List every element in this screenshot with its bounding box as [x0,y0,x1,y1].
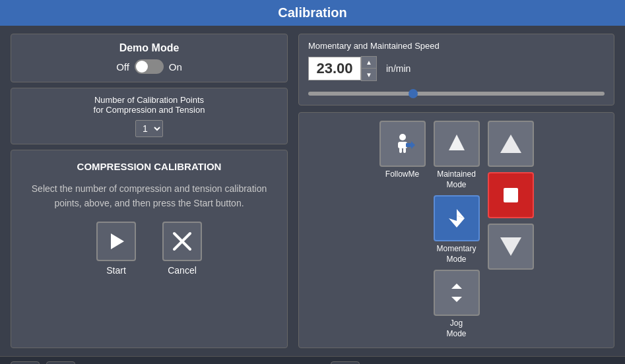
bottom-bar [0,356,625,364]
up-arrow-icon [498,131,524,157]
maintained-icon [445,132,469,156]
start-icon [96,222,136,261]
start-button[interactable]: Start [96,222,136,276]
cancel-button[interactable]: Cancel [162,222,202,276]
calibration-points-label: Number of Calibration Points for Compres… [22,95,277,115]
calibration-points-box: Number of Calibration Points for Compres… [11,88,288,144]
jog-item: JogMode [434,270,480,339]
svg-marker-14 [500,135,521,153]
down-arrow-icon [498,233,524,260]
svg-rect-15 [504,188,518,202]
jog-icon [445,281,469,305]
follow-me-icon [390,131,415,156]
speed-title: Momentary and Maintained Speed [308,41,605,51]
speed-unit: in/min [386,63,411,74]
demo-mode-box: Demo Mode Off On [11,34,288,82]
bottom-bar-center [82,361,614,364]
speed-down-button[interactable]: ▼ [362,69,376,80]
action-buttons: Start Cancel [22,222,277,276]
svg-rect-5 [399,148,402,153]
svg-marker-8 [411,141,415,149]
jog-mode-button[interactable] [434,270,480,316]
momentary-mode-button[interactable] [434,195,480,241]
stop-icon [501,185,521,205]
compression-calibration-box: COMPRESSION CALIBRATION Select the numbe… [11,150,288,348]
follow-me-column: FollowMe [379,121,426,180]
speed-display: 23.00 [308,57,361,80]
center-mode-column: MaintainedMode MomentaryMode [434,121,480,340]
calibration-points-select[interactable]: 1 2 3 4 [135,120,163,137]
maintained-label: MaintainedMode [437,169,476,190]
left-panel: Demo Mode Off On Number of Calibration P… [11,34,288,348]
cancel-label: Cancel [168,265,197,276]
svg-marker-12 [451,284,462,289]
maintained-mode-button[interactable] [434,121,480,167]
direction-column [488,121,534,270]
on-label: On [169,61,182,73]
demo-mode-toggle[interactable] [135,59,164,74]
modes-box: FollowMe MaintainedMode [298,112,614,348]
speed-box: Momentary and Maintained Speed 23.00 ▲ ▼… [298,34,614,106]
link-button[interactable] [46,361,75,364]
compression-title: COMPRESSION CALIBRATION [22,161,277,172]
svg-marker-16 [500,237,521,256]
back-button[interactable] [331,361,360,364]
toggle-row: Off On [22,59,277,74]
right-panel: Momentary and Maintained Speed 23.00 ▲ ▼… [298,34,614,348]
off-label: Off [116,61,129,73]
speed-control-row: 23.00 ▲ ▼ in/min [308,56,605,81]
follow-me-item: FollowMe [379,121,426,180]
home-button[interactable] [11,361,40,364]
compression-description: Select the number of compression and ten… [22,181,277,211]
stop-button[interactable] [488,172,534,218]
follow-me-button[interactable] [379,121,426,167]
svg-marker-0 [111,233,124,249]
momentary-icon [445,206,469,230]
follow-me-label: FollowMe [385,169,419,180]
page-title: Calibration [0,0,625,26]
svg-point-3 [399,134,406,140]
up-direction-button[interactable] [488,121,534,167]
maintained-item: MaintainedMode [434,121,480,190]
jog-label: JogMode [446,318,466,339]
momentary-label: MomentaryMode [436,244,476,264]
speed-value-box: 23.00 ▲ ▼ [308,56,377,81]
svg-marker-13 [451,297,462,302]
demo-mode-title: Demo Mode [22,42,277,54]
svg-rect-4 [398,142,407,148]
speed-arrows: ▲ ▼ [361,56,377,81]
cancel-icon [162,222,202,261]
speed-slider-row [308,86,605,98]
down-direction-button[interactable] [488,224,534,270]
speed-up-button[interactable]: ▲ [362,57,376,69]
svg-rect-6 [403,148,406,153]
speed-slider[interactable] [308,92,605,96]
svg-marker-9 [449,135,465,150]
start-label: Start [106,265,126,276]
momentary-item: MomentaryMode [434,195,480,264]
